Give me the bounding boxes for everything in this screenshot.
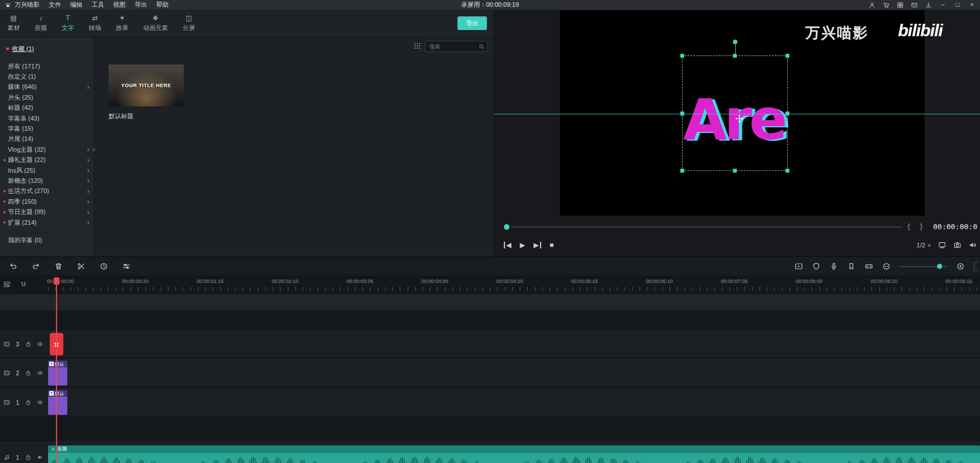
- fit-screen-icon[interactable]: [938, 241, 946, 249]
- sidebar-item-favorites[interactable]: ♥ 收藏 (1): [0, 43, 94, 54]
- lock-icon[interactable]: [25, 341, 32, 348]
- apps-grid-icon[interactable]: [897, 2, 904, 8]
- mic-icon[interactable]: [830, 262, 838, 271]
- lock-icon[interactable]: [25, 370, 32, 376]
- collapse-panel-icon[interactable]: ‹: [93, 145, 95, 153]
- export-button[interactable]: 导出: [457, 16, 487, 30]
- search-icon[interactable]: [478, 44, 485, 50]
- zoom-slider-thumb[interactable]: [937, 264, 942, 269]
- trash-icon[interactable]: [54, 262, 63, 271]
- shield-icon[interactable]: [812, 262, 821, 271]
- seek-track[interactable]: [511, 226, 903, 228]
- menu-item-工具[interactable]: 工具: [87, 0, 109, 10]
- search-input[interactable]: [428, 43, 476, 50]
- sidebar-item-Vlog主题[interactable]: Vlog主题 (32)›: [0, 144, 94, 155]
- selection-handle[interactable]: [680, 112, 684, 115]
- duration-clock-icon[interactable]: [100, 262, 108, 271]
- playhead[interactable]: [56, 277, 57, 463]
- selection-handle[interactable]: [785, 112, 789, 115]
- menu-item-编辑[interactable]: 编辑: [66, 0, 87, 10]
- eye-icon[interactable]: [37, 341, 44, 348]
- sidebar-item-四季[interactable]: 四季 (150)›: [0, 196, 94, 207]
- speaker-icon[interactable]: [37, 454, 44, 461]
- lock-icon[interactable]: [25, 454, 32, 461]
- sidebar-item-所有[interactable]: 所有 (1717): [0, 61, 94, 71]
- text-clip[interactable]: T 默认: [48, 361, 67, 385]
- asset-default-title[interactable]: YOUR TITLE HERE 默认标题: [109, 65, 184, 121]
- eye-icon[interactable]: [37, 370, 44, 376]
- menu-item-文件[interactable]: 文件: [44, 0, 66, 10]
- play-button[interactable]: ▶: [520, 242, 525, 248]
- mail-icon[interactable]: [911, 2, 918, 8]
- zoom-out-icon[interactable]: [882, 262, 891, 271]
- tab-分屏[interactable]: ◫分屏: [175, 10, 202, 37]
- stop-button[interactable]: ■: [550, 242, 554, 248]
- sidebar-item-字幕条[interactable]: 字幕条 (43): [0, 113, 94, 123]
- adjust-sliders-icon[interactable]: [122, 262, 131, 271]
- eye-icon[interactable]: [37, 399, 44, 406]
- previous-frame-button[interactable]: ◀: [504, 242, 511, 248]
- sidebar-item-婚礼主题[interactable]: 婚礼主题 (22)›: [0, 155, 94, 165]
- sidebar-item-片头[interactable]: 片头 (25): [0, 92, 94, 102]
- mark-in-icon[interactable]: {: [908, 222, 910, 230]
- track-number: 2: [15, 370, 20, 376]
- tab-动画元素[interactable]: ❖动画元素: [136, 10, 175, 37]
- sidebar-item-节日主题[interactable]: 节日主题 (99)›: [0, 207, 94, 217]
- sidebar-item-自定义[interactable]: 自定义 (1): [0, 71, 94, 82]
- menu-item-视图[interactable]: 视图: [109, 0, 130, 10]
- selection-handle[interactable]: [785, 169, 789, 173]
- undo-icon[interactable]: [9, 262, 18, 271]
- fit-timeline-icon[interactable]: [865, 262, 873, 271]
- asset-thumbnail[interactable]: YOUR TITLE HERE: [109, 65, 184, 106]
- tab-文字[interactable]: T文字: [54, 10, 81, 37]
- sidebar-item-标题[interactable]: 标题 (42): [0, 103, 94, 113]
- lock-icon[interactable]: [25, 399, 32, 406]
- sidebar-item-字幕[interactable]: 字幕 (15): [0, 123, 94, 134]
- tab-音频[interactable]: ♪音频: [27, 10, 54, 37]
- zoom-in-icon[interactable]: [956, 262, 965, 271]
- snapshot-camera-icon[interactable]: [953, 241, 961, 249]
- cart-icon[interactable]: [883, 2, 890, 8]
- sidebar-item-新概念[interactable]: 新概念 (120)›: [0, 175, 94, 186]
- sidebar-item-扩展[interactable]: 扩展 (214)›: [0, 217, 94, 228]
- marker-bookmark-icon[interactable]: [847, 262, 856, 271]
- menu-app-name[interactable]: 万兴喵影: [12, 0, 44, 10]
- menu-item-帮助[interactable]: 帮助: [152, 0, 173, 10]
- maximize-button[interactable]: □: [954, 0, 961, 10]
- tab-效果[interactable]: ✶效果: [109, 10, 136, 37]
- user-icon[interactable]: [869, 2, 875, 8]
- close-button[interactable]: ×: [969, 0, 975, 10]
- download-icon[interactable]: [925, 2, 932, 8]
- selection-handle[interactable]: [680, 54, 684, 58]
- selection-handle[interactable]: [733, 169, 737, 173]
- menu-item-导出[interactable]: 导出: [130, 0, 152, 10]
- mark-out-icon[interactable]: }: [920, 222, 922, 230]
- audio-clip[interactable]: ♫ 音频: [48, 445, 980, 463]
- zoom-slider[interactable]: [900, 266, 947, 267]
- selection-handle[interactable]: [680, 169, 684, 173]
- selection-box[interactable]: [682, 55, 788, 171]
- rotate-handle[interactable]: [733, 40, 737, 44]
- sidebar-item-Ins风[interactable]: Ins风 (25)›: [0, 165, 94, 175]
- selection-handle[interactable]: [785, 54, 789, 58]
- minimize-button[interactable]: −: [939, 0, 946, 10]
- sidebar-item-生活方式[interactable]: 生活方式 (270)›: [0, 186, 94, 196]
- sidebar-item-媒体[interactable]: 媒体 (646)›: [0, 82, 94, 92]
- timeline-ruler[interactable]: 00:00:00:0000:00:00:2000:00:01:1500:00:0…: [0, 276, 980, 293]
- selection-handle[interactable]: [733, 54, 737, 58]
- tab-素材[interactable]: ▤素材: [0, 10, 27, 37]
- split-scissors-icon[interactable]: [77, 262, 85, 271]
- sidebar-item-my-subtitles[interactable]: 我的字幕 (0): [0, 235, 94, 245]
- grid-view-icon[interactable]: [413, 42, 421, 52]
- redo-icon[interactable]: [32, 262, 40, 271]
- render-preview-icon[interactable]: [795, 262, 803, 271]
- next-frame-button[interactable]: ▶: [533, 242, 541, 248]
- text-clip[interactable]: T 默认: [48, 390, 67, 415]
- sidebar-item-片尾[interactable]: 片尾 (14): [0, 134, 94, 144]
- speaker-icon[interactable]: [969, 241, 977, 249]
- seek-thumb[interactable]: [504, 224, 510, 230]
- tab-转场[interactable]: ⇄转场: [81, 10, 109, 37]
- playback-rate-dropdown[interactable]: 1/2∨: [917, 242, 931, 248]
- playhead-handle[interactable]: [54, 277, 59, 285]
- panel-toggle-icon[interactable]: [974, 262, 978, 271]
